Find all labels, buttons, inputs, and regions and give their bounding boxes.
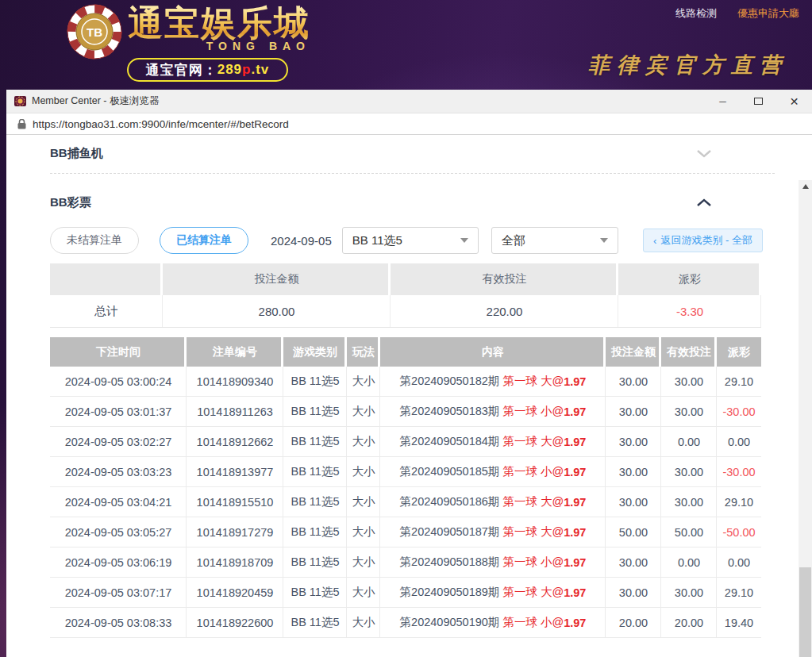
cell-valid-bet: 30.00 <box>661 397 717 427</box>
scrollbar-thumb[interactable] <box>799 567 811 657</box>
chevron-down-icon[interactable] <box>696 149 712 158</box>
content-pick: 第一球 小@ <box>502 404 564 419</box>
vertical-scrollbar[interactable] <box>799 180 812 657</box>
cell-valid-bet: 30.00 <box>661 367 717 397</box>
cell-content: 第202409050190期 第一球 小@1.97 <box>380 608 606 638</box>
content-odds: 1.97 <box>564 466 586 478</box>
lock-icon <box>17 119 26 129</box>
url-bar[interactable]: https://tongbao31.com:9900/infe/mcenter/… <box>6 113 812 135</box>
badge-tv: .tv <box>251 62 269 78</box>
cell-play: 大小 <box>347 517 380 548</box>
summary-header-valid: 有效投注 <box>391 263 618 295</box>
cell-game: BB 11选5 <box>283 608 347 638</box>
cell-bet-id: 101418915510 <box>187 487 283 517</box>
cell-play: 大小 <box>347 457 380 487</box>
cell-time: 2024-09-05 03:00:24 <box>50 367 187 397</box>
cell-valid-bet: 30.00 <box>661 487 717 517</box>
cell-bet-id: 101418911263 <box>187 397 283 427</box>
cell-bet-id: 101418922600 <box>187 608 283 638</box>
dropdown-caret-icon <box>600 238 608 243</box>
browser-window: Member Center - 极速浏览器 ─ ✕ https://tongba… <box>6 90 812 657</box>
col-header-payout: 派彩 <box>717 337 761 367</box>
cell-payout: 0.00 <box>717 548 761 578</box>
window-titlebar[interactable]: Member Center - 极速浏览器 ─ ✕ <box>6 90 812 113</box>
window-controls: ─ ✕ <box>705 90 812 113</box>
cell-play: 大小 <box>347 427 380 457</box>
back-to-category-button[interactable]: ‹ 返回游戏类别 - 全部 <box>643 229 763 252</box>
game-select[interactable]: BB 11选5 <box>342 227 479 254</box>
bet-table-header-row: 下注时间 注单编号 游戏类别 玩法 内容 投注金额 有效投注 派彩 <box>50 337 761 367</box>
line-check-link[interactable]: 线路检测 <box>675 6 717 21</box>
close-button[interactable]: ✕ <box>776 90 812 113</box>
section-fishing-header[interactable]: BB捕鱼机 <box>50 146 761 161</box>
col-header-content: 内容 <box>380 337 606 367</box>
summary-header-row: 投注金额 有效投注 派彩 <box>50 263 761 295</box>
cell-play: 大小 <box>347 548 380 578</box>
cell-payout: 0.00 <box>717 427 761 457</box>
content-period: 第202409050185期 <box>400 464 503 479</box>
page-background: TB 通宝娱乐城 TONG BAO 通宝官网：289p.tv 线路检测 優惠申請… <box>0 0 812 657</box>
summary-header-bet: 投注金额 <box>163 263 391 295</box>
table-row: 2024-09-05 03:08:33 101418922600 BB 11选5… <box>50 608 761 638</box>
cell-play: 大小 <box>347 578 380 608</box>
cell-bet-id: 101418918709 <box>187 548 283 578</box>
content-odds: 1.97 <box>564 405 586 418</box>
cell-bet-amount: 30.00 <box>606 487 661 517</box>
content-period: 第202409050182期 <box>400 374 503 389</box>
cell-bet-amount: 30.00 <box>606 427 661 457</box>
chevron-up-icon[interactable] <box>696 198 712 207</box>
content-pick: 第一球 大@ <box>502 494 564 509</box>
maximize-button[interactable] <box>741 90 776 113</box>
cell-game: BB 11选5 <box>283 367 347 397</box>
favicon-icon <box>14 95 26 107</box>
back-button-label: 返回游戏类别 - 全部 <box>660 233 752 248</box>
cell-play: 大小 <box>347 367 380 397</box>
content-period: 第202409050190期 <box>400 615 503 630</box>
section-divider <box>50 173 775 174</box>
content-odds: 1.97 <box>564 526 586 539</box>
cell-payout: -50.00 <box>717 517 761 548</box>
cell-valid-bet: 20.00 <box>661 608 717 638</box>
table-row: 2024-09-05 03:07:17 101418920459 BB 11选5… <box>50 578 761 608</box>
table-row: 2024-09-05 03:04:21 101418915510 BB 11选5… <box>50 487 761 517</box>
cell-time: 2024-09-05 03:07:17 <box>50 578 187 608</box>
scroll-up-arrow-icon[interactable] <box>799 180 812 193</box>
type-select[interactable]: 全部 <box>491 227 618 254</box>
cell-time: 2024-09-05 03:08:33 <box>50 608 187 638</box>
date-picker[interactable]: 2024-09-05 <box>271 234 332 248</box>
url-text[interactable]: https://tongbao31.com:9900/infe/mcenter/… <box>33 118 289 130</box>
cell-bet-id: 101418912662 <box>187 427 283 457</box>
cell-valid-bet: 30.00 <box>661 578 717 608</box>
summary-payout: -3.30 <box>618 295 761 328</box>
content-odds: 1.97 <box>564 436 586 448</box>
col-header-play: 玩法 <box>347 337 380 367</box>
summary-header-payout: 派彩 <box>618 263 761 295</box>
minimize-button[interactable]: ─ <box>705 90 741 113</box>
page-content: BB捕鱼机 BB彩票 未结算注单 已结算注单 2024-09-05 BB 11选 <box>6 135 812 656</box>
cell-game: BB 11选5 <box>283 427 347 457</box>
cell-bet-amount: 30.00 <box>606 457 661 487</box>
site-logo: TB 通宝娱乐城 TONG BAO <box>66 3 310 60</box>
promo-hall-link[interactable]: 優惠申請大廳 <box>737 6 799 21</box>
section-lottery-header[interactable]: BB彩票 <box>50 195 761 210</box>
cell-bet-id: 101418913977 <box>187 457 283 487</box>
unsettled-bets-button[interactable]: 未结算注单 <box>50 227 139 254</box>
summary-total-row: 总计 280.00 220.00 -3.30 <box>50 295 761 328</box>
content-period: 第202409050186期 <box>400 494 503 509</box>
content-pick: 第一球 大@ <box>502 434 564 449</box>
table-row: 2024-09-05 03:02:27 101418912662 BB 11选5… <box>50 427 761 457</box>
cell-bet-amount: 20.00 <box>606 608 661 638</box>
official-site-badge: 通宝官网：289p.tv <box>127 58 288 82</box>
content-pick: 第一球 小@ <box>502 555 564 570</box>
filter-row: 未结算注单 已结算注单 2024-09-05 BB 11选5 全部 ‹ 返回游戏… <box>50 227 761 254</box>
section-fishing-title: BB捕鱼机 <box>50 146 103 161</box>
cell-bet-id: 101418920459 <box>187 578 283 608</box>
official-slogan: 菲律宾官方直营 <box>588 51 788 79</box>
content-pick: 第一球 大@ <box>502 524 564 540</box>
summary-valid-bet: 220.00 <box>391 295 618 328</box>
top-links: 线路检测 優惠申請大廳 <box>675 6 799 21</box>
cell-game: BB 11选5 <box>283 578 347 608</box>
cell-content: 第202409050182期 第一球 大@1.97 <box>380 367 606 397</box>
settled-bets-button[interactable]: 已结算注单 <box>160 227 248 254</box>
cell-content: 第202409050183期 第一球 小@1.97 <box>380 397 606 427</box>
